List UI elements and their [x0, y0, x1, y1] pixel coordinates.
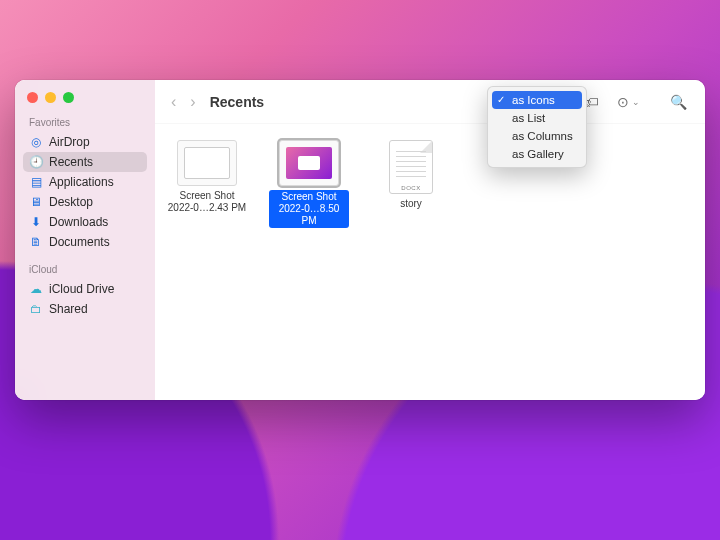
file-name: Screen Shot2022-0…2.43 PM: [168, 190, 246, 214]
desktop-icon: 🖥: [29, 195, 43, 209]
window-controls: [23, 88, 147, 113]
shared-folder-icon: 🗀: [29, 302, 43, 316]
file-item[interactable]: DOCX story: [371, 140, 451, 210]
airdrop-icon: ◎: [29, 135, 43, 149]
sidebar-item-label: Documents: [49, 235, 110, 249]
zoom-window-button[interactable]: [63, 92, 74, 103]
chevron-down-icon: ⌄: [632, 97, 640, 107]
sidebar-section-icloud: iCloud: [23, 260, 147, 279]
toolbar: ‹ › Recents ▦⌄ ⇪ 🏷 ⊙⌄ 🔍: [155, 80, 705, 124]
close-window-button[interactable]: [27, 92, 38, 103]
sidebar-item-applications[interactable]: ▤ Applications: [23, 172, 147, 192]
file-thumbnail: [279, 140, 339, 186]
back-button[interactable]: ‹: [167, 93, 180, 111]
sidebar-item-airdrop[interactable]: ◎ AirDrop: [23, 132, 147, 152]
desktop-wallpaper: Favorites ◎ AirDrop 🕘 Recents ▤ Applicat…: [0, 0, 720, 540]
cloud-icon: ☁: [29, 282, 43, 296]
sidebar-item-desktop[interactable]: 🖥 Desktop: [23, 192, 147, 212]
sidebar-item-downloads[interactable]: ⬇ Downloads: [23, 212, 147, 232]
file-thumbnail: [177, 140, 237, 186]
minimize-window-button[interactable]: [45, 92, 56, 103]
more-button[interactable]: ⊙⌄: [611, 92, 646, 112]
file-item[interactable]: Screen Shot2022-0…2.43 PM: [167, 140, 247, 214]
sidebar-item-label: AirDrop: [49, 135, 90, 149]
file-grid: Screen Shot2022-0…2.43 PM Screen Shot202…: [155, 124, 705, 400]
apps-icon: ▤: [29, 175, 43, 189]
tag-icon: 🏷: [585, 94, 599, 110]
sidebar-section-favorites: Favorites: [23, 113, 147, 132]
sidebar-item-label: Shared: [49, 302, 88, 316]
sidebar-item-label: Applications: [49, 175, 114, 189]
ellipsis-circle-icon: ⊙: [617, 94, 629, 110]
view-as-list[interactable]: as List: [492, 109, 582, 127]
location-title: Recents: [210, 94, 264, 110]
sidebar-item-icloud-drive[interactable]: ☁ iCloud Drive: [23, 279, 147, 299]
sidebar-item-label: iCloud Drive: [49, 282, 114, 296]
sidebar-item-documents[interactable]: 🗎 Documents: [23, 232, 147, 252]
view-mode-menu: as Icons as List as Columns as Gallery: [487, 86, 587, 168]
file-name: Screen Shot2022-0…8.50 PM: [269, 190, 349, 228]
file-item[interactable]: Screen Shot2022-0…8.50 PM: [269, 140, 349, 228]
documents-icon: 🗎: [29, 235, 43, 249]
view-as-icons[interactable]: as Icons: [492, 91, 582, 109]
search-button[interactable]: 🔍: [664, 92, 693, 112]
finder-window: Favorites ◎ AirDrop 🕘 Recents ▤ Applicat…: [15, 80, 705, 400]
forward-button[interactable]: ›: [186, 93, 199, 111]
file-name: story: [400, 198, 422, 210]
view-as-gallery[interactable]: as Gallery: [492, 145, 582, 163]
sidebar-item-label: Downloads: [49, 215, 108, 229]
search-icon: 🔍: [670, 94, 687, 110]
sidebar-item-label: Recents: [49, 155, 93, 169]
main-panel: ‹ › Recents ▦⌄ ⇪ 🏷 ⊙⌄ 🔍 Screen Shot: [155, 80, 705, 400]
file-thumbnail: DOCX: [389, 140, 433, 194]
sidebar: Favorites ◎ AirDrop 🕘 Recents ▤ Applicat…: [15, 80, 155, 400]
sidebar-item-shared[interactable]: 🗀 Shared: [23, 299, 147, 319]
sidebar-item-label: Desktop: [49, 195, 93, 209]
sidebar-item-recents[interactable]: 🕘 Recents: [23, 152, 147, 172]
clock-icon: 🕘: [29, 155, 43, 169]
view-as-columns[interactable]: as Columns: [492, 127, 582, 145]
downloads-icon: ⬇: [29, 215, 43, 229]
